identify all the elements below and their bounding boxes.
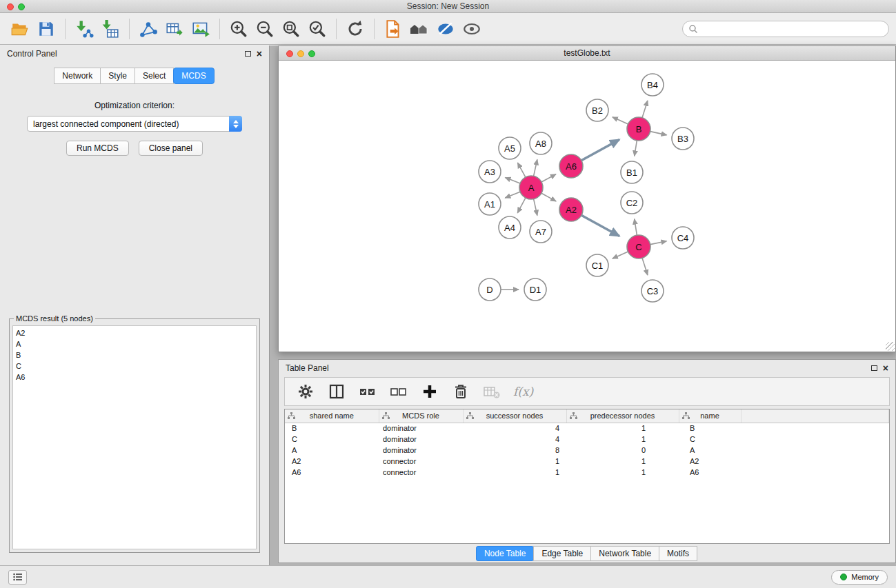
network-edge[interactable]: [517, 163, 525, 177]
close-panel-button[interactable]: Close panel: [139, 141, 203, 156]
network-node-B[interactable]: B: [627, 117, 650, 141]
close-table-panel-icon[interactable]: ×: [883, 365, 888, 372]
network-node-A4[interactable]: A4: [499, 216, 521, 239]
hide-selected-icon[interactable]: [432, 16, 459, 42]
mcds-result-item[interactable]: A6: [16, 372, 253, 383]
zoom-in-icon[interactable]: [226, 16, 252, 42]
search-input[interactable]: [698, 24, 883, 34]
open-session-icon[interactable]: [7, 16, 33, 42]
network-node-C3[interactable]: C3: [641, 280, 664, 302]
network-edge[interactable]: [505, 192, 520, 198]
mcds-result-list[interactable]: A2ABCA6: [12, 325, 257, 549]
tab-select[interactable]: Select: [135, 68, 174, 84]
column-header-predecessor-nodes[interactable]: predecessor nodes: [566, 409, 679, 423]
mcds-result-item[interactable]: A2: [16, 327, 253, 338]
delete-column-icon[interactable]: [451, 382, 470, 401]
table-row[interactable]: Cdominator41C: [285, 434, 889, 445]
function-builder-button[interactable]: f(x): [513, 385, 533, 398]
export-table-icon[interactable]: [161, 16, 188, 42]
network-edge[interactable]: [650, 241, 667, 245]
mcds-result-item[interactable]: C: [16, 361, 253, 372]
mcds-result-item[interactable]: A: [16, 338, 253, 349]
network-edge[interactable]: [642, 258, 648, 275]
network-node-C4[interactable]: C4: [672, 227, 694, 249]
column-header-mcds-role[interactable]: MCDS role: [379, 409, 463, 423]
import-table-icon[interactable]: [97, 16, 123, 42]
deselect-all-rows-icon[interactable]: [389, 382, 408, 401]
window-resize-grip[interactable]: [886, 342, 895, 351]
table-settings-icon[interactable]: [296, 382, 315, 401]
network-node-A1[interactable]: A1: [479, 193, 501, 215]
network-edge[interactable]: [505, 178, 520, 183]
column-header-successor-nodes[interactable]: successor nodes: [463, 409, 566, 423]
save-session-icon[interactable]: [33, 16, 59, 42]
network-node-A2[interactable]: A2: [559, 198, 583, 221]
network-node-C[interactable]: C: [627, 235, 650, 258]
network-node-B4[interactable]: B4: [641, 74, 664, 96]
float-table-panel-icon[interactable]: [871, 365, 877, 371]
export-report-icon[interactable]: [380, 16, 406, 42]
import-network-icon[interactable]: [71, 16, 97, 42]
table-row[interactable]: A2connector11A2: [285, 456, 889, 467]
tab-mcds[interactable]: MCDS: [173, 68, 214, 84]
tab-network[interactable]: Network: [54, 68, 101, 84]
node-table-container[interactable]: shared nameMCDS rolesuccessor nodesprede…: [284, 409, 890, 544]
network-edge[interactable]: [635, 219, 637, 235]
float-panel-icon[interactable]: [245, 51, 251, 57]
network-edge[interactable]: [642, 101, 648, 118]
network-node-A3[interactable]: A3: [479, 161, 501, 183]
network-edge[interactable]: [517, 198, 526, 213]
optimization-criterion-dropdown[interactable]: largest connected component (directed): [27, 116, 242, 132]
network-node-A[interactable]: A: [519, 176, 543, 199]
show-panels-button[interactable]: [8, 570, 27, 585]
run-mcds-button[interactable]: Run MCDS: [66, 141, 129, 156]
tab-node-table[interactable]: Node Table: [476, 546, 535, 561]
zoom-out-icon[interactable]: [252, 16, 278, 42]
select-all-rows-icon[interactable]: [358, 382, 377, 401]
network-node-A6[interactable]: A6: [559, 154, 583, 178]
network-edge[interactable]: [581, 139, 619, 160]
network-node-D[interactable]: D: [479, 278, 501, 301]
show-all-icon[interactable]: [459, 16, 485, 42]
delete-table-icon[interactable]: [482, 382, 501, 401]
network-edge[interactable]: [613, 252, 628, 258]
zoom-selected-icon[interactable]: [304, 16, 330, 42]
network-node-A5[interactable]: A5: [499, 137, 521, 159]
network-edge[interactable]: [635, 141, 637, 156]
network-node-C2[interactable]: C2: [621, 192, 643, 214]
network-edge[interactable]: [541, 174, 556, 182]
first-neighbors-icon[interactable]: [406, 16, 432, 42]
network-node-A8[interactable]: A8: [530, 132, 552, 154]
network-node-B2[interactable]: B2: [586, 99, 608, 121]
export-network-icon[interactable]: [135, 16, 161, 42]
add-column-icon[interactable]: [420, 382, 439, 401]
table-row[interactable]: Adominator80A: [285, 445, 889, 456]
table-row[interactable]: A6connector11A6: [285, 467, 889, 478]
network-edge[interactable]: [650, 132, 667, 135]
tab-style[interactable]: Style: [100, 68, 135, 84]
column-header-shared-name[interactable]: shared name: [285, 409, 379, 423]
network-edge[interactable]: [534, 159, 537, 176]
network-node-B1[interactable]: B1: [621, 161, 643, 183]
table-row[interactable]: Bdominator41B: [285, 423, 889, 434]
network-node-B3[interactable]: B3: [672, 128, 694, 150]
network-edge[interactable]: [581, 215, 619, 236]
show-columns-icon[interactable]: [327, 382, 346, 401]
tab-network-table[interactable]: Network Table: [590, 546, 659, 561]
network-edge[interactable]: [541, 193, 556, 201]
mcds-result-item[interactable]: B: [16, 349, 253, 361]
close-panel-icon[interactable]: ×: [257, 50, 262, 57]
network-node-A7[interactable]: A7: [530, 221, 552, 243]
network-node-C1[interactable]: C1: [586, 254, 608, 276]
network-node-D1[interactable]: D1: [524, 278, 546, 301]
tab-edge-table[interactable]: Edge Table: [533, 546, 591, 561]
export-image-icon[interactable]: [188, 16, 214, 42]
network-canvas[interactable]: B4B2BB3A5A8A6A3B1AC2A1A2A4A7C4CC1DD1C3: [279, 61, 895, 352]
column-header-name[interactable]: name: [679, 409, 741, 423]
network-edge[interactable]: [613, 117, 628, 124]
network-edge[interactable]: [534, 199, 537, 216]
memory-button[interactable]: Memory: [831, 570, 888, 585]
apply-layout-icon[interactable]: [342, 16, 368, 42]
tab-motifs[interactable]: Motifs: [659, 546, 697, 561]
zoom-fit-icon[interactable]: [278, 16, 304, 42]
